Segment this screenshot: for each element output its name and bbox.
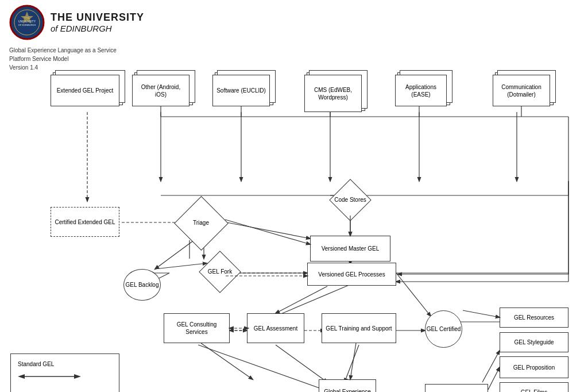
gel-fork-diamond: GEL Fork — [200, 252, 240, 292]
cms-label: CMS (EdWEB, Wordpress) — [307, 86, 359, 101]
svg-line-28 — [276, 285, 350, 316]
code-stores-label: Code Stores — [334, 197, 366, 203]
gel-styleguide-label: GEL Styleguide — [514, 339, 554, 346]
university-crest: THE UNIVERSITY OF EDINBURGH — [9, 5, 45, 40]
code-stores-shape: Code Stores — [330, 180, 370, 220]
gel-proposition-label: GEL Proposition — [513, 364, 555, 371]
standard-gel-arrow-icon — [18, 371, 87, 382]
other-stack: Other (Android, iOS) — [132, 75, 189, 106]
code-stores-diamond: Code Stores — [330, 181, 370, 218]
gel-fork-label: GEL Fork — [208, 268, 232, 275]
svg-line-36 — [482, 351, 500, 382]
extended-gel-project-box: Extended GEL Project — [51, 75, 119, 106]
communication-stack: Communication (Dotmailer) — [493, 75, 550, 106]
svg-line-27 — [396, 273, 431, 316]
gel-fork-shape: GEL Fork — [200, 252, 240, 292]
svg-line-53 — [155, 263, 207, 269]
svg-text:OF EDINBURGH: OF EDINBURGH — [18, 24, 36, 26]
gel-assessment-label: GEL Assessment — [254, 325, 297, 332]
uni-name-top: THE UNIVERSITY — [51, 11, 144, 24]
legend-box: Standard GEL Extended GEL — [10, 353, 119, 392]
triage-shape: Triage — [178, 197, 224, 249]
versioned-gel-processes-box: Versioned GEL Processes — [307, 263, 396, 286]
software-stack: Software (EUCLID) — [212, 75, 270, 106]
meta-info: Global Experience Language as a Service … — [9, 46, 117, 72]
svg-marker-45 — [74, 374, 81, 379]
svg-line-33 — [276, 345, 327, 382]
header: THE UNIVERSITY OF EDINBURGH THE UNIVERSI… — [0, 0, 588, 45]
cms-box: CMS (EdWEB, Wordpress) — [304, 75, 362, 112]
gel-training-support-label: GEL Training and Support — [326, 325, 392, 332]
triage-diamond: Triage — [178, 202, 224, 244]
uni-name-bottom: of EDINBURGH — [51, 24, 144, 33]
svg-marker-46 — [18, 374, 25, 379]
versioned-master-gel-box: Versioned Master GEL — [310, 236, 390, 262]
gel-backlog-circle: GEL Backlog — [123, 269, 161, 301]
communication-label: Communication (Dotmailer) — [496, 83, 547, 98]
extended-gel-project-stack: Extended GEL Project — [51, 75, 119, 106]
svg-line-63 — [463, 310, 500, 317]
applications-box: Applications (EASE) — [395, 75, 447, 106]
standard-gel-legend: Standard GEL — [18, 359, 112, 386]
gel-films-box: GEL Films — [500, 382, 568, 392]
gel-proposition-box: GEL Proposition — [500, 356, 568, 378]
logo-area: THE UNIVERSITY OF EDINBURGH THE UNIVERSI… — [9, 5, 144, 40]
subtitle2: Platform Service Model — [9, 55, 117, 63]
triage-label: Triage — [193, 220, 209, 226]
certified-extended-gel-label: Certified Extended GEL — [55, 218, 115, 226]
svg-line-19 — [227, 222, 310, 239]
applications-stack: Applications (EASE) — [395, 75, 447, 106]
global-experience-language-box: Global Experience Language — [319, 379, 376, 392]
gel-consulting-services-box: GEL Consulting Services — [164, 313, 230, 343]
svg-line-34 — [345, 345, 359, 382]
svg-line-62 — [488, 367, 500, 390]
extended-gel-project-label: Extended GEL Project — [57, 87, 114, 94]
svg-line-59 — [201, 343, 253, 379]
certified-extended-gel-box: Certified Extended GEL — [51, 207, 119, 237]
communication-box: Communication (Dotmailer) — [493, 75, 550, 106]
page: THE UNIVERSITY OF EDINBURGH THE UNIVERSI… — [0, 0, 588, 392]
subtitle1: Global Experience Language as a Service — [9, 46, 117, 55]
gel-project-strategy-box: GEL Project Strategy — [425, 384, 488, 392]
other-box: Other (Android, iOS) — [132, 75, 189, 106]
gel-certified-circle: GEL Certified — [425, 310, 462, 348]
global-experience-language-label: Global Experience Language — [322, 388, 373, 393]
gel-films-label: GEL Films — [521, 389, 547, 392]
svg-line-60 — [350, 343, 356, 379]
versioned-master-gel-label: Versioned Master GEL — [322, 245, 380, 252]
svg-line-55 — [276, 286, 327, 313]
gel-resources-label: GEL Resources — [514, 314, 554, 321]
university-name: THE UNIVERSITY of EDINBURGH — [51, 11, 144, 33]
gel-training-support-box: GEL Training and Support — [322, 313, 396, 343]
software-box: Software (EUCLID) — [212, 75, 270, 106]
gel-resources-box: GEL Resources — [500, 308, 568, 328]
diagram-area: Extended GEL Project Other (Android, iOS… — [0, 69, 588, 391]
gel-consulting-services-label: GEL Consulting Services — [167, 321, 227, 336]
cms-stack: CMS (EdWEB, Wordpress) — [304, 75, 362, 112]
other-label: Other (Android, iOS) — [135, 83, 187, 98]
gel-assessment-box: GEL Assessment — [247, 313, 304, 343]
svg-line-38 — [198, 345, 327, 391]
standard-gel-label: Standard GEL — [18, 361, 54, 367]
gel-styleguide-box: GEL Styleguide — [500, 332, 568, 352]
svg-line-51 — [225, 220, 310, 244]
applications-label: Applications (EASE) — [398, 83, 444, 98]
versioned-gel-processes-label: Versioned GEL Processes — [318, 271, 385, 278]
gel-certified-label: GEL Certified — [427, 325, 461, 333]
gel-backlog-label: GEL Backlog — [126, 281, 159, 289]
software-label: Software (EUCLID) — [216, 87, 266, 94]
